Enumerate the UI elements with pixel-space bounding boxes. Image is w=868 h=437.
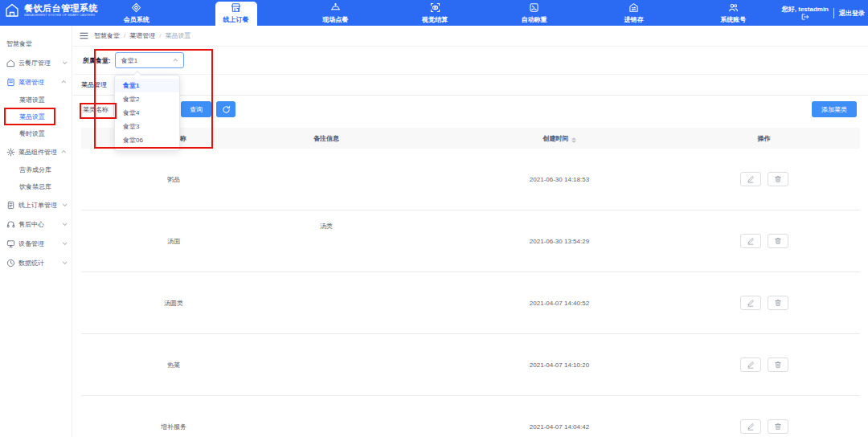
delete-icon [774,175,782,183]
dropdown-option-canteen4[interactable]: 食堂4 [115,106,179,120]
auto-scale-icon [529,2,539,14]
delete-icon [774,361,782,369]
category-table: 菜类名称 备注信息 创建时间 操作 粥品 2021-06-30 14:18:53 [81,128,860,437]
main-content: 智慧食堂 菜谱管理 菜品设置 所属食堂: 食堂1 菜品管理 菜类名称 查询 [73,26,868,437]
dish-management-section: 菜品管理 菜类名称 查询 添加菜类 菜类名称 备注信息 创建时间 [73,74,868,437]
created-time: 2021-06-30 13:54:29 [387,238,708,245]
sidebar-item-recipe-settings[interactable]: 菜谱设置 [0,92,72,108]
dropdown-option-canteen06[interactable]: 食堂06 [115,133,179,147]
user-area: 您好, testadmin 退出登录 [782,0,865,26]
delete-button[interactable] [768,419,788,434]
breadcrumb-item-dish-settings: 菜品设置 [155,31,190,40]
table-row: 增补服务 2021-04-07 14:04:42 [81,396,860,437]
sidebar-item-nutrition-library[interactable]: 营养成分库 [0,161,72,178]
edit-button[interactable] [740,419,761,434]
delete-button[interactable] [768,357,788,372]
created-time: 2021-06-30 14:18:53 [387,176,708,183]
edit-button[interactable] [740,172,761,186]
col-actions: 操作 [708,134,860,143]
aftersales-headset-icon [6,220,15,229]
sidebar-group-recipe-mgmt[interactable]: 菜谱管理 [0,72,72,92]
sidebar-item-diet-taboo-library[interactable]: 饮食禁忌库 [0,178,72,195]
member-badge-icon [131,2,141,14]
online-store-icon [231,2,241,14]
delete-button[interactable] [768,172,788,186]
category-name: 热菜 [81,361,266,370]
components-gear-icon [6,148,15,157]
orders-icon [6,201,15,210]
dish-cloche-icon [330,2,341,14]
dropdown-option-canteen2[interactable]: 食堂2 [115,92,179,106]
nav-auto-weigh[interactable]: 自动称重 [485,0,584,26]
add-category-button[interactable]: 添加菜类 [812,101,857,117]
chevron-down-icon [63,240,68,245]
accounts-icon [728,2,739,14]
sidebar-item-dish-settings[interactable]: 菜品设置 [0,108,72,125]
chevron-down-icon [63,202,68,206]
edit-icon [747,299,755,307]
cloud-canteen-icon [6,59,15,67]
nav-member-system[interactable]: 会员系统 [87,0,186,26]
logo-house-icon [4,2,20,18]
toolbar: 菜类名称 查询 添加菜类 [73,96,868,123]
recipe-icon [6,78,15,87]
delete-icon [774,299,782,307]
statistics-icon [6,259,15,268]
chevron-up-icon [61,150,66,155]
category-name: 汤圆类 [81,299,266,308]
delete-button[interactable] [768,296,788,310]
breadcrumb-item-recipe-mgmt[interactable]: 菜谱管理 [120,31,155,40]
dropdown-option-canteen3[interactable]: 食堂3 [115,120,179,133]
device-icon [6,239,15,248]
canteen-dropdown: 食堂1 食堂2 食堂4 食堂3 食堂06 [114,75,180,151]
chevron-down-icon [63,221,68,226]
breadcrumb: 智慧食堂 菜谱管理 菜品设置 [94,31,190,40]
sidebar-group-statistics[interactable]: 数据统计 [0,253,72,272]
sidebar-group-dish-components[interactable]: 菜品组件管理 [0,142,72,161]
sidebar-group-aftersales[interactable]: 售后中心 [0,214,72,234]
nav-online-ordering[interactable]: 线上订餐 [186,0,286,26]
sidebar-group-devices[interactable]: 设备管理 [0,234,72,253]
canteen-select-value: 食堂1 [121,56,137,65]
created-time: 2021-04-07 14:10:20 [387,361,708,369]
nav-system-accounts[interactable]: 系统账号 [683,0,783,26]
canteen-filter-row: 所属食堂: 食堂1 [73,47,868,74]
sidebar-item-smart-canteen[interactable]: 智慧食堂 [0,34,72,53]
nav-onsite-ordering[interactable]: 现场点餐 [285,0,385,26]
delete-icon [774,423,782,431]
nav-inventory[interactable]: 进销存 [584,0,684,26]
breadcrumb-item-smart-canteen[interactable]: 智慧食堂 [94,31,120,40]
delete-icon [774,237,782,245]
dropdown-option-canteen1[interactable]: 食堂1 [115,79,179,92]
edit-button[interactable] [740,234,761,248]
refresh-button[interactable] [216,101,235,117]
table-header-row: 菜类名称 备注信息 创建时间 操作 [81,128,860,149]
nav-vision-checkout[interactable]: 视觉结算 [385,0,485,26]
edit-icon [747,361,755,369]
sidebar-item-mealtime-settings[interactable]: 餐时设置 [0,125,72,142]
col-created-time[interactable]: 创建时间 [387,134,708,143]
canteen-select[interactable]: 食堂1 [115,52,184,68]
chevron-up-icon [173,59,178,63]
logout-arrow-icon[interactable] [801,14,809,20]
delete-button[interactable] [768,234,788,248]
canteen-filter-label: 所属食堂: [83,56,111,65]
section-title: 菜品管理 [73,75,868,96]
edit-button[interactable] [740,296,761,310]
logout-button[interactable]: 退出登录 [839,9,865,18]
sidebar-group-online-orders[interactable]: 线上订单管理 [0,195,72,214]
refresh-icon [222,105,231,114]
user-greeting: 您好, testadmin [782,6,829,20]
col-note: 备注信息 [266,134,387,143]
collapse-sidebar-icon[interactable] [80,31,88,40]
breadcrumb-bar: 智慧食堂 菜谱管理 菜品设置 [73,26,868,47]
divider [833,8,834,18]
created-time: 2021-04-07 14:40:52 [387,300,708,307]
query-button[interactable]: 查询 [181,101,211,117]
edit-button[interactable] [740,357,761,372]
sort-carets-icon[interactable] [571,137,576,143]
app-window: 餐饮后台管理系统 MANAGEMENT SYSTEM OF SMART CANT… [0,0,868,437]
category-name: 粥品 [81,175,266,184]
sidebar-group-cloud-canteen[interactable]: 云餐厅管理 [0,53,72,72]
chevron-down-icon [63,259,68,264]
